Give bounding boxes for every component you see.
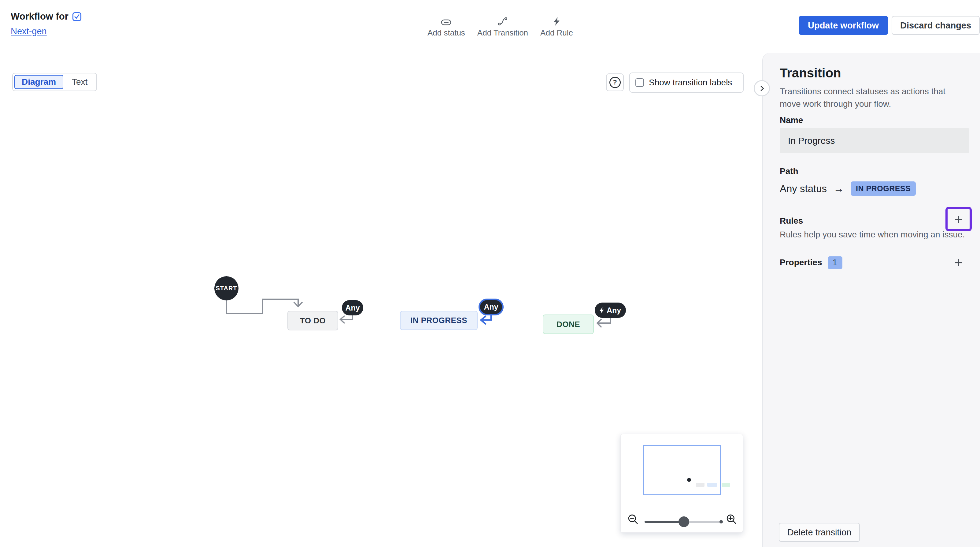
zoom-out-icon[interactable] — [627, 514, 639, 526]
header-toolbar: Add status Add Transition — [428, 13, 573, 38]
app-header: Workflow for Next-gen Add sta — [0, 0, 980, 52]
zoom-in-icon[interactable] — [726, 514, 738, 526]
properties-label: Properties — [780, 258, 822, 267]
arrow-right-icon: → — [834, 183, 844, 195]
add-status-button[interactable]: Add status — [428, 13, 465, 38]
project-avatar-checkbox-icon — [72, 12, 82, 21]
node-todo[interactable]: TO DO — [288, 311, 338, 330]
update-workflow-button[interactable]: Update workflow — [799, 16, 888, 35]
transition-connector-icon — [498, 13, 508, 26]
add-rule-label: Add Rule — [540, 28, 573, 38]
path-label: Path — [780, 166, 799, 176]
add-status-label: Add status — [428, 28, 465, 38]
panel-description: Transitions connect statuses as actions … — [780, 85, 963, 110]
show-transition-labels-control: Show transition labels — [629, 72, 744, 93]
project-link[interactable]: Next-gen — [11, 26, 47, 37]
zoom-slider-fill — [644, 521, 684, 523]
minimap — [620, 434, 743, 533]
path-row: Any status → IN PROGRESS — [780, 182, 916, 196]
minimap-viewport[interactable] — [643, 445, 721, 495]
lightning-icon — [554, 13, 560, 26]
transition-pill-any-done[interactable]: Any — [595, 303, 626, 318]
view-toggle: Diagram Text — [12, 73, 97, 91]
discard-changes-button[interactable]: Discard changes — [892, 16, 980, 35]
rules-label: Rules — [780, 216, 803, 226]
rules-description: Rules help you save time when moving an … — [780, 230, 965, 239]
add-transition-label: Add Transition — [477, 28, 528, 38]
add-transition-button[interactable]: Add Transition — [477, 13, 528, 38]
path-from-status: Any status — [780, 183, 827, 195]
tab-diagram[interactable]: Diagram — [14, 75, 63, 89]
title-block: Workflow for Next-gen — [11, 11, 82, 37]
transition-detail-panel: Transition Transitions connect statuses … — [762, 53, 980, 547]
workflow-editor-app: Workflow for Next-gen Add sta — [0, 0, 980, 547]
path-to-status-badge: IN PROGRESS — [851, 182, 916, 196]
transition-pill-label: Any — [607, 306, 621, 315]
zoom-slider[interactable] — [644, 521, 722, 523]
name-label: Name — [780, 115, 803, 125]
node-start[interactable]: START — [214, 276, 239, 300]
panel-title: Transition — [780, 66, 841, 80]
minimap-todo-node — [696, 483, 705, 487]
zoom-slider-end-dot — [719, 520, 723, 523]
show-transition-labels-label: Show transition labels — [649, 78, 732, 88]
add-rule-plus-button-highlighted[interactable]: + — [945, 207, 972, 231]
tab-text[interactable]: Text — [65, 75, 95, 89]
add-rule-button[interactable]: Add Rule — [540, 13, 573, 38]
minimap-start-node — [687, 478, 691, 482]
lightning-icon — [600, 307, 604, 314]
question-mark-icon: ? — [609, 77, 621, 88]
workflow-canvas[interactable]: Diagram Text ? Show transition labels — [0, 53, 762, 547]
plus-icon: + — [954, 255, 963, 270]
properties-row: Properties 1 + — [780, 255, 966, 270]
chevron-right-icon — [758, 85, 766, 92]
node-in-progress[interactable]: IN PROGRESS — [400, 311, 477, 330]
page-title: Workflow for — [11, 11, 68, 22]
add-property-plus-button[interactable]: + — [954, 255, 963, 270]
status-lozenge-icon — [441, 13, 451, 26]
delete-transition-button[interactable]: Delete transition — [779, 523, 860, 542]
transition-pill-any-todo[interactable]: Any — [342, 300, 363, 316]
minimap-in-progress-node — [707, 483, 717, 487]
zoom-slider-thumb[interactable] — [679, 517, 689, 527]
plus-icon: + — [955, 212, 963, 226]
help-button[interactable]: ? — [606, 73, 624, 91]
show-transition-labels-checkbox[interactable] — [635, 78, 644, 87]
transition-pill-any-in-progress-selected[interactable]: Any — [479, 298, 504, 316]
transition-name-input[interactable] — [780, 128, 969, 153]
panel-collapse-button[interactable] — [754, 80, 770, 96]
properties-count-badge: 1 — [828, 256, 842, 269]
node-done[interactable]: DONE — [543, 314, 594, 334]
minimap-done-node — [722, 483, 730, 487]
